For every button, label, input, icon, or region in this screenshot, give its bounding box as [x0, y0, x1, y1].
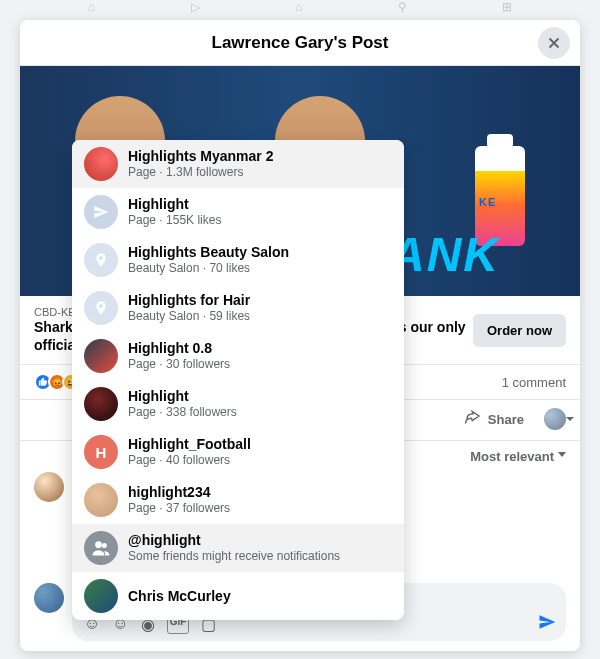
tab-icon: ⊞ [502, 0, 512, 14]
svg-point-1 [102, 543, 107, 548]
close-icon [545, 34, 563, 52]
mention-suggestion-item[interactable]: HHighlight_FootballPage · 40 followers [72, 428, 404, 476]
mention-avatar [84, 195, 118, 229]
modal-header: Lawrence Gary's Post [20, 20, 580, 66]
mention-suggestion-item[interactable]: @highlightSome friends might receive not… [72, 524, 404, 572]
mention-meta: Page · 338 followers [128, 405, 237, 419]
mention-meta: Page · 1.3M followers [128, 165, 273, 179]
sort-label: Most relevant [470, 449, 554, 464]
modal-title: Lawrence Gary's Post [212, 33, 389, 53]
mention-name: Highlight 0.8 [128, 340, 230, 357]
mention-name: Highlight [128, 388, 237, 405]
mention-suggestion-item[interactable]: HighlightPage · 338 followers [72, 380, 404, 428]
mention-suggestion-item[interactable]: Highlight 0.8Page · 30 followers [72, 332, 404, 380]
link-headline-prefix: Shark [34, 319, 73, 335]
send-icon [538, 613, 556, 631]
close-button[interactable] [538, 27, 570, 59]
mention-avatar [84, 531, 118, 565]
mention-suggestions-menu: Highlights Myanmar 2Page · 1.3M follower… [72, 140, 404, 620]
commenter-avatar[interactable] [34, 472, 64, 502]
mention-meta: Beauty Salon · 59 likes [128, 309, 250, 323]
mention-suggestion-item[interactable]: Highlights for HairBeauty Salon · 59 lik… [72, 284, 404, 332]
order-now-button[interactable]: Order now [473, 314, 566, 347]
my-avatar[interactable] [34, 583, 64, 613]
mention-name: Highlights Beauty Salon [128, 244, 289, 261]
bottle-label: KE [479, 196, 496, 208]
share-icon [464, 410, 482, 428]
tab-icon: ⚲ [398, 0, 407, 14]
mention-name: Chris McCurley [128, 588, 231, 605]
mention-avatar [84, 339, 118, 373]
mention-suggestion-item[interactable]: highlight234Page · 37 followers [72, 476, 404, 524]
mention-name: Highlight_Football [128, 436, 251, 453]
mention-name: Highlights for Hair [128, 292, 250, 309]
mention-name: @highlight [128, 532, 340, 549]
mention-meta: Some friends might receive notifications [128, 549, 340, 563]
mention-meta: Page · 40 followers [128, 453, 251, 467]
background-tab-icons: ⌂ ▷ ⌂ ⚲ ⊞ [0, 0, 600, 20]
mention-meta: Page · 155K likes [128, 213, 221, 227]
mention-avatar [84, 579, 118, 613]
mention-avatar [84, 291, 118, 325]
mention-suggestion-item[interactable]: Chris McCurley [72, 572, 404, 620]
mention-meta: Beauty Salon · 70 likes [128, 261, 289, 275]
tab-icon: ▷ [191, 0, 200, 14]
mention-avatar: H [84, 435, 118, 469]
mention-avatar [84, 243, 118, 277]
mention-avatar [84, 147, 118, 181]
mention-meta: Page · 37 followers [128, 501, 230, 515]
comment-as-selector[interactable] [544, 408, 566, 430]
mention-suggestion-item[interactable]: HighlightPage · 155K likes [72, 188, 404, 236]
post-modal: Lawrence Gary's Post KE ANK CBD-KE Shark… [20, 20, 580, 651]
send-button[interactable] [538, 613, 556, 635]
mention-avatar [84, 387, 118, 421]
tab-icon: ⌂ [88, 0, 95, 14]
comment-count[interactable]: 1 comment [502, 375, 566, 390]
image-text: ANK [390, 227, 500, 282]
chevron-down-icon [558, 452, 566, 467]
share-button[interactable]: Share [454, 404, 534, 434]
mention-name: Highlight [128, 196, 221, 213]
mention-name: highlight234 [128, 484, 230, 501]
link-headline-suffix: officia [34, 337, 75, 353]
mention-suggestion-item[interactable]: Highlights Myanmar 2Page · 1.3M follower… [72, 140, 404, 188]
tab-icon: ⌂ [295, 0, 302, 14]
mention-meta: Page · 30 followers [128, 357, 230, 371]
mention-name: Highlights Myanmar 2 [128, 148, 273, 165]
share-label: Share [488, 412, 524, 427]
mention-suggestion-item[interactable]: Highlights Beauty SalonBeauty Salon · 70… [72, 236, 404, 284]
mention-avatar [84, 483, 118, 517]
svg-point-0 [95, 541, 102, 548]
